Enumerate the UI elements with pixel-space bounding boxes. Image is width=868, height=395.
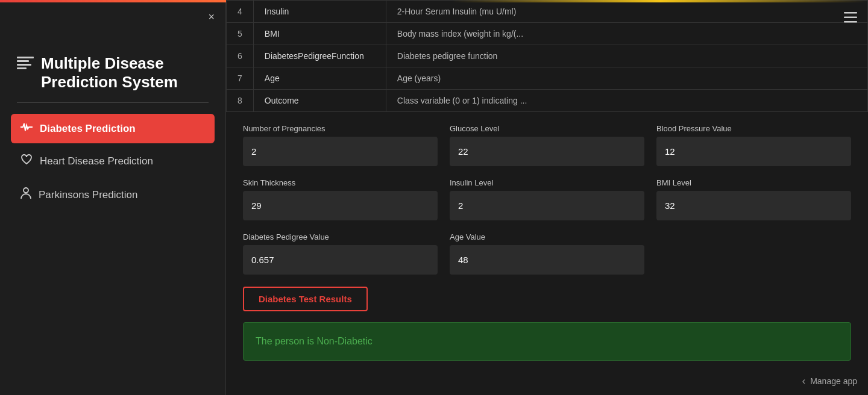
sidebar-divider [17, 102, 209, 103]
table-cell-col: Age [253, 67, 386, 90]
insulin-group: Insulin Level [450, 178, 644, 220]
result-box: The person is Non-Diabetic [243, 322, 851, 361]
svg-rect-0 [17, 57, 34, 58]
table-row: 8 Outcome Class variable (0 or 1) indica… [227, 90, 868, 112]
pedigree-label: Diabetes Pedigree Value [243, 232, 438, 241]
sidebar-top-bar [0, 0, 226, 2]
glucose-input[interactable] [450, 137, 644, 166]
table-row: 5 BMI Body mass index (weight in kg/(... [227, 23, 868, 45]
pregnancies-input[interactable] [243, 137, 438, 166]
sidebar-brand: Multiple Disease Prediction System [17, 54, 209, 92]
table-cell-num: 6 [227, 45, 254, 67]
sidebar-nav: Diabetes Prediction Heart Disease Predic… [0, 114, 225, 211]
parkinsons-nav-label: Parkinsons Prediction [39, 189, 137, 201]
table-cell-desc: Age (years) [386, 67, 867, 90]
table-cell-num: 7 [227, 67, 254, 90]
person-icon [20, 187, 31, 202]
table-cell-col: BMI [253, 23, 386, 45]
form-row-1: Number of Pregnancies Glucose Level Bloo… [243, 124, 851, 166]
heart-nav-label: Heart Disease Prediction [40, 155, 153, 167]
svg-point-4 [24, 188, 28, 193]
blood-pressure-group: Blood Pressure Value [656, 124, 851, 166]
bmi-input[interactable] [656, 191, 851, 220]
skin-thickness-label: Skin Thickness [243, 178, 438, 187]
table-cell-desc: 2-Hour Serum Insulin (mu U/ml) [386, 1, 867, 23]
brand-title: Multiple Disease Prediction System [41, 54, 209, 92]
svg-rect-6 [844, 17, 857, 19]
data-table: 4 Insulin 2-Hour Serum Insulin (mu U/ml)… [226, 0, 868, 112]
activity-icon [20, 122, 33, 135]
svg-rect-1 [17, 60, 29, 62]
brand-icon [17, 57, 34, 73]
svg-rect-7 [844, 21, 857, 23]
svg-rect-5 [844, 12, 857, 14]
insulin-label: Insulin Level [450, 178, 644, 187]
age-input[interactable] [450, 245, 644, 275]
sidebar-item-heart[interactable]: Heart Disease Prediction [11, 146, 215, 176]
table-row: 4 Insulin 2-Hour Serum Insulin (mu U/ml) [227, 1, 868, 23]
sidebar-item-parkinsons[interactable]: Parkinsons Prediction [11, 179, 215, 211]
skin-thickness-group: Skin Thickness [243, 178, 438, 220]
age-group: Age Value [450, 232, 644, 275]
bmi-group: BMI Level [656, 178, 851, 220]
table-row: 6 DiabetesPedigreeFunction Diabetes pedi… [227, 45, 868, 67]
table-cell-desc: Body mass index (weight in kg/(... [386, 23, 867, 45]
diabetes-nav-label: Diabetes Prediction [40, 123, 136, 135]
hamburger-button[interactable] [844, 11, 857, 26]
table-cell-num: 5 [227, 23, 254, 45]
diabetes-form: Number of Pregnancies Glucose Level Bloo… [226, 112, 868, 373]
table-cell-col: Outcome [253, 90, 386, 112]
pedigree-input[interactable] [243, 245, 438, 275]
heart-icon [20, 154, 33, 168]
glucose-group: Glucose Level [450, 124, 644, 166]
age-label: Age Value [450, 232, 644, 241]
sidebar: × Multiple Disease Prediction System Dia… [0, 0, 226, 395]
table-cell-desc: Class variable (0 or 1) indicating ... [386, 90, 867, 112]
table-cell-num: 8 [227, 90, 254, 112]
table-cell-col: DiabetesPedigreeFunction [253, 45, 386, 67]
pregnancies-group: Number of Pregnancies [243, 124, 438, 166]
test-results-button[interactable]: Diabetes Test Results [243, 287, 368, 311]
svg-rect-3 [17, 67, 27, 69]
pregnancies-label: Number of Pregnancies [243, 124, 438, 133]
table-cell-col: Insulin [253, 1, 386, 23]
table-cell-num: 4 [227, 1, 254, 23]
form-row-3: Diabetes Pedigree Value Age Value [243, 232, 851, 275]
form-row-2: Skin Thickness Insulin Level BMI Level [243, 178, 851, 220]
manage-app-label: Manage app [810, 376, 857, 386]
svg-rect-2 [17, 64, 31, 66]
main-top-bar [452, 0, 868, 2]
table-cell-desc: Diabetes pedigree function [386, 45, 867, 67]
skin-thickness-input[interactable] [243, 191, 438, 220]
bmi-label: BMI Level [656, 178, 851, 187]
manage-app[interactable]: ‹ Manage app [802, 376, 857, 387]
main-content: 4 Insulin 2-Hour Serum Insulin (mu U/ml)… [226, 0, 868, 395]
close-button[interactable]: × [208, 11, 215, 23]
sidebar-item-diabetes[interactable]: Diabetes Prediction [11, 114, 215, 143]
blood-pressure-input[interactable] [656, 137, 851, 166]
result-text: The person is Non-Diabetic [256, 336, 373, 346]
pedigree-group: Diabetes Pedigree Value [243, 232, 438, 275]
insulin-input[interactable] [450, 191, 644, 220]
blood-pressure-label: Blood Pressure Value [656, 124, 851, 133]
glucose-label: Glucose Level [450, 124, 644, 133]
chevron-left-icon: ‹ [802, 376, 805, 387]
table-row: 7 Age Age (years) [227, 67, 868, 90]
